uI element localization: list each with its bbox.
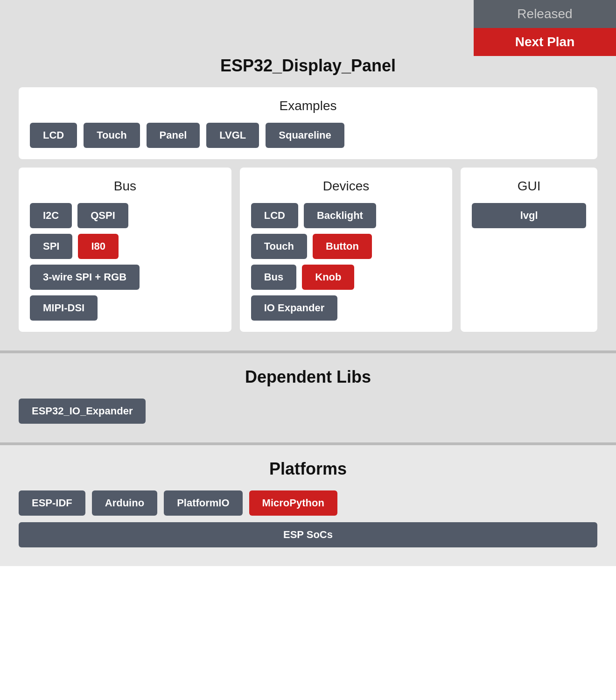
example-lvgl-button[interactable]: LVGL [206, 123, 259, 148]
bus-spi-button[interactable]: SPI [30, 234, 72, 259]
gui-buttons: lvgl [472, 203, 586, 228]
devices-card: Devices LCD Backlight Touch Button Bus K… [240, 168, 453, 332]
released-button[interactable]: Released [474, 0, 616, 28]
platform-platformio-button[interactable]: PlatformIO [164, 490, 242, 516]
platforms-buttons: ESP-IDF Arduino PlatformIO MicroPython E… [19, 490, 597, 547]
devices-backlight-button[interactable]: Backlight [304, 203, 376, 228]
devices-button-button[interactable]: Button [313, 234, 372, 259]
bus-i80-button[interactable]: I80 [78, 234, 119, 259]
platforms-section: Platforms ESP-IDF Arduino PlatformIO Mic… [0, 445, 616, 566]
platform-arduino-button[interactable]: Arduino [92, 490, 157, 516]
example-lcd-button[interactable]: LCD [30, 123, 77, 148]
bus-card: Bus I2C QSPI SPI I80 3-wire SPI + RGB MI… [19, 168, 231, 332]
top-right-buttons: Released Next Plan [474, 0, 616, 56]
devices-knob-button[interactable]: Knob [302, 265, 354, 290]
devices-lcd-button[interactable]: LCD [251, 203, 298, 228]
bus-title: Bus [30, 179, 220, 194]
example-panel-button[interactable]: Panel [147, 123, 200, 148]
example-squareline-button[interactable]: Squareline [266, 123, 344, 148]
dependent-libs-section: Dependent Libs ESP32_IO_Expander [0, 353, 616, 442]
platform-esp-idf-button[interactable]: ESP-IDF [19, 490, 85, 516]
dep-libs-buttons: ESP32_IO_Expander [19, 399, 597, 424]
dep-libs-title: Dependent Libs [19, 367, 597, 387]
platform-micropython-button[interactable]: MicroPython [249, 490, 337, 516]
bus-qspi-button[interactable]: QSPI [77, 203, 128, 228]
platforms-title: Platforms [19, 459, 597, 479]
gui-lvgl-button[interactable]: lvgl [472, 203, 586, 228]
devices-buttons: LCD Backlight Touch Button Bus Knob IO E… [251, 203, 441, 321]
next-plan-button[interactable]: Next Plan [474, 28, 616, 56]
platform-esp-socs-button[interactable]: ESP SoCs [19, 522, 597, 547]
bus-3wire-button[interactable]: 3-wire SPI + RGB [30, 265, 140, 290]
three-col-section: Bus I2C QSPI SPI I80 3-wire SPI + RGB MI… [19, 168, 597, 332]
examples-title: Examples [30, 98, 586, 113]
devices-ioexpander-button[interactable]: IO Expander [251, 295, 338, 321]
esp32-io-expander-button[interactable]: ESP32_IO_Expander [19, 399, 146, 424]
gui-title: GUI [472, 179, 586, 194]
bus-mipi-button[interactable]: MIPI-DSI [30, 295, 98, 321]
devices-touch-button[interactable]: Touch [251, 234, 307, 259]
devices-bus-button[interactable]: Bus [251, 265, 297, 290]
examples-buttons: LCD Touch Panel LVGL Squareline [30, 123, 586, 148]
main-title: ESP32_Display_Panel [19, 56, 597, 76]
example-touch-button[interactable]: Touch [84, 123, 140, 148]
devices-title: Devices [251, 179, 441, 194]
bus-i2c-button[interactable]: I2C [30, 203, 72, 228]
gui-card: GUI lvgl [461, 168, 597, 332]
examples-card: Examples LCD Touch Panel LVGL Squareline [19, 87, 597, 159]
bus-buttons: I2C QSPI SPI I80 3-wire SPI + RGB MIPI-D… [30, 203, 220, 321]
